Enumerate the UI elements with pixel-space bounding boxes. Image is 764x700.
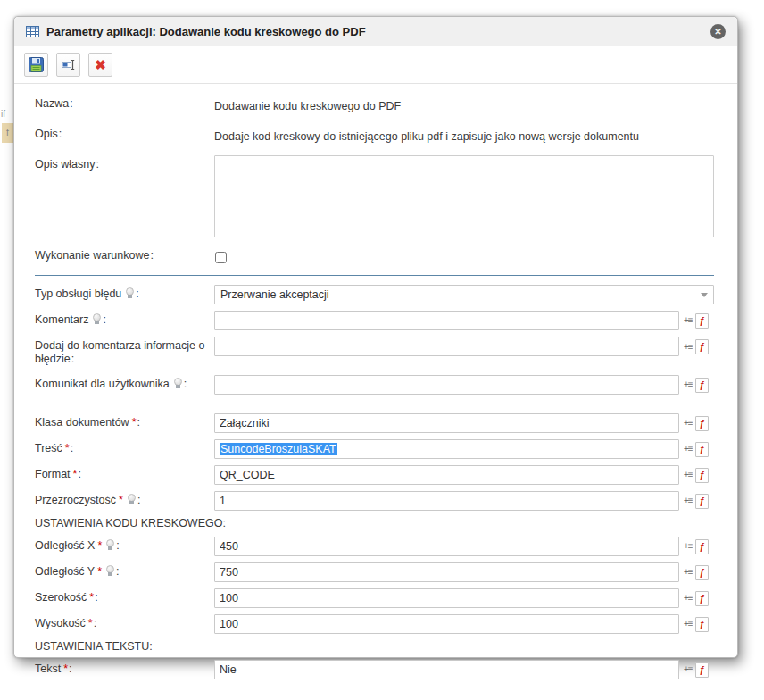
hint-bulb-icon bbox=[106, 565, 114, 577]
insert-value-icon[interactable]: +≡ bbox=[684, 445, 693, 454]
label-colon: : bbox=[94, 617, 96, 629]
field-label: Wysokość*: bbox=[35, 614, 214, 634]
formula-editor-icon[interactable]: ƒ bbox=[695, 565, 709, 580]
background-highlight-fragment: f bbox=[2, 123, 13, 143]
label-text: Dodaj do komentarza informacje o błędzie bbox=[35, 339, 204, 365]
formula-editor-icon[interactable]: ƒ bbox=[695, 416, 709, 431]
label-colon: : bbox=[71, 442, 73, 454]
required-marker: * bbox=[132, 416, 137, 429]
formula-editor-icon[interactable]: ƒ bbox=[695, 591, 709, 606]
user-message-input[interactable] bbox=[214, 375, 679, 395]
formula-editor-icon[interactable]: ƒ bbox=[695, 662, 709, 678]
field-label: Szerokość*: bbox=[35, 588, 214, 608]
required-marker: * bbox=[119, 494, 123, 506]
formula-editor-icon[interactable]: ƒ bbox=[695, 617, 709, 632]
save-button[interactable] bbox=[24, 53, 48, 77]
required-marker: * bbox=[97, 565, 102, 578]
custom-description-textarea[interactable] bbox=[214, 155, 714, 238]
document-class-input[interactable] bbox=[214, 413, 679, 433]
insert-value-icon[interactable]: +≡ bbox=[684, 568, 693, 577]
content-input[interactable]: SuncodeBroszulaSKAT bbox=[214, 439, 679, 459]
insert-value-icon[interactable]: +≡ bbox=[684, 620, 693, 629]
field-label: Przezroczystość*: bbox=[35, 491, 214, 511]
label-text: Treść bbox=[35, 442, 62, 454]
distance-x-input[interactable] bbox=[214, 537, 679, 556]
insert-value-icon[interactable]: +≡ bbox=[684, 380, 693, 389]
conditional-execution-checkbox[interactable] bbox=[215, 252, 227, 263]
format-input[interactable] bbox=[214, 465, 679, 485]
hint-bulb-icon bbox=[126, 288, 134, 299]
text-input[interactable] bbox=[214, 660, 679, 679]
background-page-fragment: if bbox=[1, 109, 5, 119]
label-colon: : bbox=[137, 494, 140, 506]
formula-editor-icon[interactable]: ƒ bbox=[695, 494, 709, 509]
section-separator bbox=[35, 404, 714, 404]
height-input[interactable] bbox=[214, 614, 679, 634]
formula-editor-icon[interactable]: ƒ bbox=[695, 339, 709, 354]
selected-option: Przerwanie akceptacji bbox=[220, 288, 701, 301]
field-label: Wykonanie warunkowe: bbox=[35, 246, 214, 266]
label-text: Format bbox=[35, 468, 71, 480]
label-colon: : bbox=[137, 416, 140, 429]
required-marker: * bbox=[65, 442, 70, 454]
required-marker: * bbox=[73, 468, 78, 480]
close-icon[interactable]: ✕ bbox=[710, 24, 726, 39]
comment-input[interactable] bbox=[214, 311, 679, 330]
label-text: Opis własny bbox=[35, 158, 95, 171]
parameters-form: Nazwa: Dodawanie kodu kreskowego do PDF … bbox=[14, 84, 737, 679]
label-text: Przezroczystość bbox=[35, 494, 116, 506]
error-handling-select[interactable]: Przerwanie akceptacji bbox=[214, 285, 714, 304]
save-icon bbox=[29, 57, 44, 72]
dialog-toolbar: ✖ bbox=[14, 46, 737, 84]
insert-value-icon[interactable]: +≡ bbox=[684, 665, 693, 674]
formula-editor-icon[interactable]: ƒ bbox=[695, 442, 709, 457]
insert-value-icon[interactable]: +≡ bbox=[684, 316, 693, 325]
field-label: Treść*: bbox=[35, 439, 214, 459]
insert-value-icon[interactable]: +≡ bbox=[684, 542, 693, 551]
label-text: Szerokość bbox=[35, 591, 87, 604]
field-row-odleglosc-y: Odległość Y*: +≡ƒ bbox=[35, 562, 714, 582]
required-marker: * bbox=[63, 662, 68, 675]
transparency-input[interactable] bbox=[214, 491, 679, 511]
label-text: Odległość Y bbox=[35, 565, 95, 578]
insert-value-icon[interactable]: +≡ bbox=[684, 471, 693, 479]
insert-value-icon[interactable]: +≡ bbox=[684, 594, 693, 603]
app-parameters-dialog: Parametry aplikacji: Dodawanie kodu kres… bbox=[13, 16, 738, 658]
formula-editor-icon[interactable]: ƒ bbox=[695, 313, 709, 329]
required-marker: * bbox=[88, 617, 93, 629]
label-text: Typ obsługi błędu bbox=[35, 288, 121, 300]
chevron-down-icon bbox=[701, 293, 708, 297]
rename-button[interactable] bbox=[56, 53, 80, 77]
label-text: Wykonanie warunkowe bbox=[35, 249, 149, 262]
section-separator bbox=[35, 275, 714, 276]
error-info-comment-input[interactable] bbox=[214, 337, 679, 356]
label-text: Opis bbox=[35, 128, 58, 140]
field-row-dodaj-info-o-bledzie: Dodaj do komentarza informacje o błędzie… bbox=[35, 337, 714, 366]
dialog-title: Parametry aplikacji: Dodawanie kodu kres… bbox=[46, 25, 710, 38]
field-row-komentarz: Komentarz: +≡ƒ bbox=[35, 311, 714, 330]
label-colon: : bbox=[184, 378, 187, 390]
insert-value-icon[interactable]: +≡ bbox=[684, 343, 693, 352]
table-icon bbox=[26, 26, 39, 38]
required-marker: * bbox=[89, 591, 94, 604]
insert-value-icon[interactable]: +≡ bbox=[684, 496, 693, 505]
field-row-format: Format*: +≡ƒ bbox=[35, 465, 714, 485]
hint-bulb-icon bbox=[174, 378, 182, 389]
delete-icon: ✖ bbox=[95, 58, 106, 71]
dialog-titlebar: Parametry aplikacji: Dodawanie kodu kres… bbox=[14, 17, 737, 46]
width-input[interactable] bbox=[214, 588, 679, 608]
label-colon: : bbox=[71, 353, 74, 365]
section-header-barcode: USTAWIENIA KODU KRESKOWEGO: bbox=[35, 517, 714, 529]
insert-value-icon[interactable]: +≡ bbox=[684, 419, 693, 428]
field-label: Komentarz: bbox=[35, 311, 214, 330]
label-colon: : bbox=[59, 128, 62, 140]
formula-editor-icon[interactable]: ƒ bbox=[695, 539, 709, 554]
delete-button[interactable]: ✖ bbox=[88, 53, 112, 77]
field-value-opis: Dodaje kod kreskowy do istniejącego plik… bbox=[214, 128, 639, 143]
distance-y-input[interactable] bbox=[214, 562, 679, 582]
formula-editor-icon[interactable]: ƒ bbox=[695, 378, 709, 393]
label-colon: : bbox=[116, 539, 119, 552]
formula-editor-icon[interactable]: ƒ bbox=[695, 468, 709, 483]
label-text: Tekst bbox=[35, 662, 61, 675]
label-text: Klasa dokumentów bbox=[35, 416, 129, 429]
